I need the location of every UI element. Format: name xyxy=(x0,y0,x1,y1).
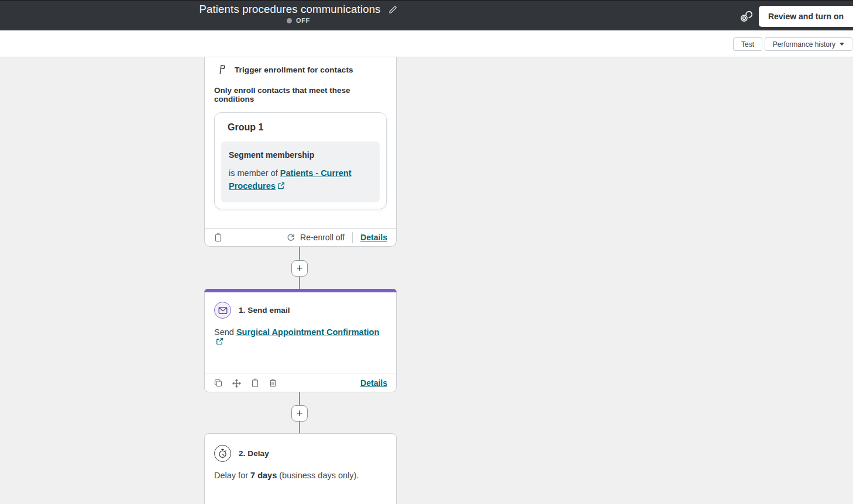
filter-prefix: is member of xyxy=(229,168,280,178)
edit-pencil-icon[interactable] xyxy=(388,5,398,15)
enrollment-condition-heading: Only enroll contacts that meet these con… xyxy=(214,86,387,103)
move-icon[interactable] xyxy=(232,378,242,388)
performance-history-label: Performance history xyxy=(773,40,835,49)
app-header: Patients procedures communications OFF R… xyxy=(0,0,853,30)
clipboard-icon[interactable] xyxy=(214,233,223,243)
filter-condition[interactable]: Segment membership is member of Patients… xyxy=(221,141,380,202)
performance-history-button[interactable]: Performance history xyxy=(765,37,852,51)
footer-divider xyxy=(352,232,353,243)
link-icon[interactable] xyxy=(740,10,752,25)
workflow-title: Patients procedures communications xyxy=(199,3,380,16)
filter-type-label: Segment membership xyxy=(229,150,372,160)
test-button-label: Test xyxy=(741,40,754,49)
delay-prefix: Delay for xyxy=(214,471,250,480)
clipboard-icon[interactable] xyxy=(250,378,260,388)
workflow-title-block: Patients procedures communications OFF xyxy=(146,3,450,24)
status-dot-icon xyxy=(287,18,292,23)
delay-suffix: (business days only). xyxy=(277,471,359,480)
status-label: OFF xyxy=(296,17,310,24)
trigger-card-footer: Re-enroll off Details xyxy=(205,228,396,246)
send-email-card[interactable]: 1. Send email Send Surgical Appointment … xyxy=(204,289,397,392)
flag-icon xyxy=(218,64,228,75)
delay-icon xyxy=(214,445,231,462)
workflow-status: OFF xyxy=(146,17,450,24)
send-email-card-title: 1. Send email xyxy=(239,306,290,315)
caret-down-icon xyxy=(840,43,844,46)
review-and-turn-on-button[interactable]: Review and turn on xyxy=(759,6,853,27)
trigger-card-title: Trigger enrollment for contacts xyxy=(235,65,353,74)
delete-icon[interactable] xyxy=(269,378,277,388)
duplicate-icon[interactable] xyxy=(214,378,223,388)
workflow-editor: Patients procedures communications OFF R… xyxy=(0,0,853,504)
reenroll-label: Re-enroll off xyxy=(300,233,345,242)
add-action-button[interactable]: + xyxy=(291,260,308,277)
test-button[interactable]: Test xyxy=(733,37,762,51)
reenroll-icon xyxy=(286,233,295,242)
secondary-toolbar: Test Performance history xyxy=(0,30,853,57)
send-email-card-footer: Details xyxy=(205,374,396,392)
filter-group-title: Group 1 xyxy=(228,122,380,133)
add-icon: + xyxy=(296,263,302,274)
send-prefix: Send xyxy=(214,327,236,337)
external-link-icon[interactable] xyxy=(277,181,285,194)
email-icon xyxy=(214,302,231,319)
delay-duration: 7 days xyxy=(250,471,277,480)
trigger-details-link[interactable]: Details xyxy=(360,233,387,242)
filter-group[interactable]: Group 1 Segment membership is member of … xyxy=(214,112,387,209)
delay-card[interactable]: 2. Delay Delay for 7 days (business days… xyxy=(204,433,397,504)
email-asset-link[interactable]: Surgical Appointment Confirmation xyxy=(236,327,379,337)
add-action-button[interactable]: + xyxy=(291,405,308,422)
delay-card-title: 2. Delay xyxy=(239,449,269,458)
trigger-card[interactable]: Trigger enrollment for contacts Only enr… xyxy=(204,57,397,247)
add-icon: + xyxy=(296,408,302,419)
external-link-icon[interactable] xyxy=(216,337,223,347)
email-accent-bar xyxy=(204,289,397,292)
email-details-link[interactable]: Details xyxy=(360,378,387,388)
workflow-canvas[interactable]: Trigger enrollment for contacts Only enr… xyxy=(0,57,853,504)
